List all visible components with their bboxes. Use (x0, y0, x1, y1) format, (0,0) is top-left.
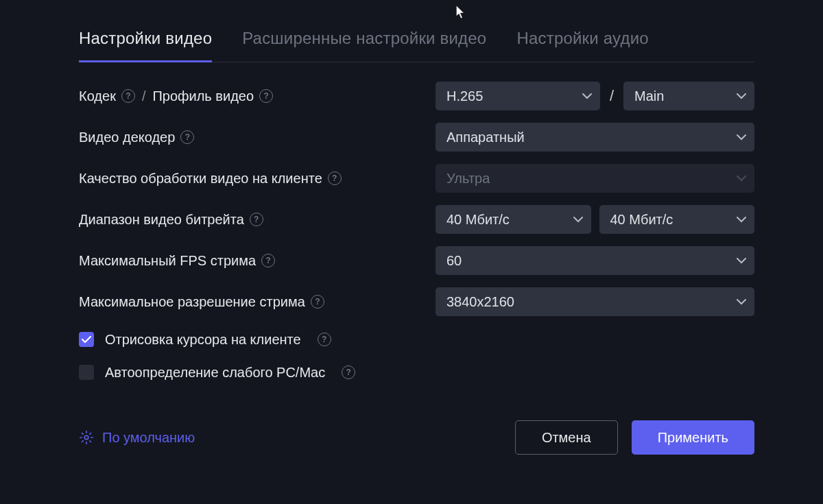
help-icon[interactable]: ? (261, 254, 275, 267)
help-icon[interactable]: ? (121, 89, 135, 103)
help-icon[interactable]: ? (250, 213, 263, 226)
control-separator: / (608, 87, 615, 105)
fps-value: 60 (446, 253, 462, 269)
chevron-down-icon (737, 134, 746, 141)
cancel-button[interactable]: Отмена (515, 420, 618, 455)
resolution-label: Максимальное разрешение стрима ? (79, 294, 436, 310)
settings-panel: Кодек ? / Профиль видео ? H.265 / Main (79, 82, 754, 382)
bitrate-min-select[interactable]: 40 Мбит/с (436, 205, 591, 234)
bitrate-label: Диапазон видео битрейта ? (79, 212, 436, 228)
decoder-label: Видео декодер ? (79, 130, 436, 145)
chevron-down-icon (573, 217, 583, 223)
label-text: Максимальное разрешение стрима (79, 294, 305, 310)
quality-select: Ультра (436, 164, 754, 193)
profile-value: Main (634, 88, 664, 104)
bitrate-max-select[interactable]: 40 Мбит/с (599, 205, 755, 234)
svg-point-0 (84, 435, 88, 440)
chevron-down-icon (582, 93, 592, 99)
help-icon[interactable]: ? (311, 295, 324, 309)
decoder-select[interactable]: Аппаратный (436, 123, 754, 152)
label-codec: Кодек (79, 88, 116, 104)
codec-profile-label: Кодек ? / Профиль видео ? (79, 88, 436, 104)
label-text: Максимальный FPS стрима (79, 253, 256, 269)
cursor-render-checkbox[interactable] (79, 332, 94, 347)
bitrate-min-value: 40 Мбит/с (446, 212, 510, 228)
resolution-value: 3840x2160 (446, 294, 514, 310)
fps-select[interactable]: 60 (436, 246, 754, 275)
help-icon[interactable]: ? (328, 171, 342, 185)
resolution-select[interactable]: 3840x2160 (436, 287, 754, 316)
chevron-down-icon (737, 176, 746, 182)
chevron-down-icon (737, 93, 746, 99)
quality-value: Ультра (446, 171, 490, 187)
tab-bar: Настройки видео Расширенные настройки ви… (79, 21, 754, 62)
check-icon (82, 336, 91, 344)
cursor-render-label: Отрисовка курсора на клиенте (105, 332, 301, 348)
tab-video-settings[interactable]: Настройки видео (79, 21, 212, 62)
help-icon[interactable]: ? (259, 89, 273, 103)
help-icon[interactable]: ? (318, 333, 331, 346)
chevron-down-icon (737, 258, 746, 264)
weak-pc-checkbox[interactable] (79, 365, 94, 380)
codec-select[interactable]: H.265 (436, 82, 600, 110)
apply-button[interactable]: Применить (632, 420, 754, 455)
codec-value: H.265 (446, 88, 483, 104)
label-profile: Профиль видео (152, 88, 254, 104)
profile-select[interactable]: Main (623, 82, 754, 110)
fps-label: Максимальный FPS стрима ? (79, 253, 436, 269)
gear-icon (79, 430, 94, 445)
bitrate-max-value: 40 Мбит/с (610, 212, 673, 228)
label-text: Диапазон видео битрейта (79, 212, 244, 228)
help-icon[interactable]: ? (180, 130, 194, 144)
label-text: Видео декодер (79, 130, 175, 145)
restore-defaults-label: По умолчанию (102, 430, 195, 446)
weak-pc-label: Автоопределение слабого PC/Mac (105, 365, 325, 381)
label-separator: / (142, 88, 146, 104)
label-text: Качество обработки видео на клиенте (79, 171, 322, 187)
chevron-down-icon (737, 299, 746, 305)
quality-label: Качество обработки видео на клиенте ? (79, 171, 436, 187)
help-icon[interactable]: ? (342, 365, 355, 379)
tab-advanced-video-settings[interactable]: Расширенные настройки видео (242, 21, 486, 62)
tab-audio-settings[interactable]: Настройки аудио (516, 21, 648, 62)
decoder-value: Аппаратный (446, 130, 525, 145)
restore-defaults-button[interactable]: По умолчанию (79, 430, 195, 446)
chevron-down-icon (737, 217, 746, 223)
